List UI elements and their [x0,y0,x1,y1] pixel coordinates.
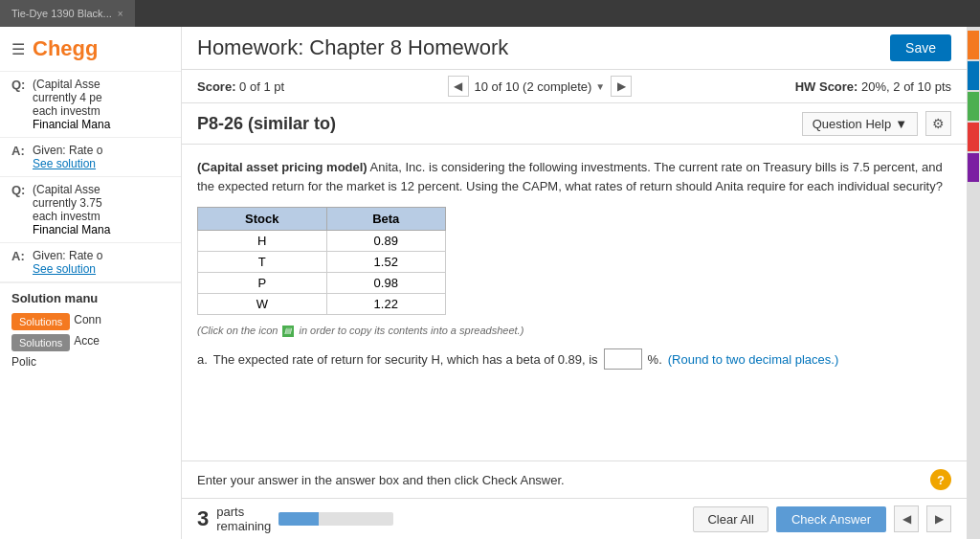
score-label: Score: [197,79,235,94]
spreadsheet-text-before: (Click on the icon [197,325,280,336]
parts-remaining: 3 parts remaining [197,505,393,533]
q-text-6: each investm [33,210,110,223]
table-row: T 1.52 [198,252,446,273]
parts-label: parts [216,505,271,519]
table-row: P 0.98 [198,273,446,294]
save-button[interactable]: Save [890,34,951,61]
spreadsheet-icon[interactable]: ▤ [282,326,294,337]
a-label: A: [11,144,27,170]
question-help-label: Question Help [813,117,891,131]
sidebar-acce: Acce [74,334,100,351]
q-course-2: Financial Mana [33,223,110,236]
solution-tab-2[interactable]: Solutions [11,334,70,351]
stock-table: Stock Beta H 0.89 T 1.52 P 0.98 [197,207,446,315]
hw-score-value: 20%, 2 of 10 pts [861,79,951,94]
solution-manual-title: Solution manu [11,291,169,305]
main-header: Homework: Chapter 8 Homework Save [182,27,967,70]
stock-t-label: T [198,252,327,273]
hw-score: HW Score: 20%, 2 of 10 pts [795,79,951,94]
sidebar: ☰ Chegg Q: (Capital Asse currently 4 pe … [0,27,182,539]
q-text-5: currently 3.75 [33,196,110,210]
q-content: (Capital Asse currently 4 pe each invest… [33,78,110,131]
footer-prev-button[interactable]: ◀ [894,505,919,532]
solution-tab-row: Solutions Conn [11,313,169,330]
solution-manual-section: Solution manu Solutions Conn Solutions A… [0,282,181,376]
see-solution-link-1[interactable]: See solution [33,157,96,170]
question-header: P8-26 (similar to) Question Help ▼ ⚙ [182,103,967,145]
sidebar-conn: Conn [74,313,101,330]
q-text-2: currently 4 pe [33,91,110,104]
accent-blue [968,61,979,90]
score-left: Score: 0 of 1 pt [197,79,284,94]
polic-text: Polic [11,355,36,369]
question-help-area: Question Help ▼ ⚙ [802,111,951,136]
question-help-button[interactable]: Question Help ▼ [802,112,918,136]
a-text-2: Given: Rate o [33,249,102,262]
q-text-4: (Capital Asse [33,183,110,196]
footer-right: Clear All Check Answer ◀ ▶ [693,505,951,532]
prev-question-button[interactable]: ◀ [448,76,469,97]
solution-tab-row-2: Solutions Acce [11,334,169,351]
chegg-logo: Chegg [33,36,98,61]
tab-label: Tie-Dye 1390 Black... [11,8,112,19]
tab-bar: Tie-Dye 1390 Black... × [0,0,980,27]
question-intro: (Capital asset pricing model) Anita, Inc… [197,158,951,195]
hamburger-icon[interactable]: ☰ [11,40,25,58]
accent-purple [968,153,979,182]
page-indicator-text: 10 of 10 (2 complete) [475,79,592,94]
stock-p-label: P [198,273,327,294]
question-bold-label: (Capital asset pricing model) [197,160,368,174]
browser-tab[interactable]: Tie-Dye 1390 Black... × [0,0,135,27]
a-content-2: Given: Rate o See solution [33,249,102,276]
spreadsheet-text-after: in order to copy its contents into a spr… [300,325,524,336]
score-value: 0 of 1 pt [239,79,284,94]
q-text-1: (Capital Asse [33,78,110,91]
score-nav: ◀ 10 of 10 (2 complete) ▼ ▶ [448,76,633,97]
parts-number: 3 [197,506,209,531]
page-title: Homework: Chapter 8 Homework [197,35,508,60]
hw-score-label: HW Score: [795,79,858,94]
question-id: P8-26 (similar to) [197,114,336,134]
q-label-2: Q: [11,183,27,236]
help-circle-button[interactable]: ? [930,469,951,490]
question-help-dropdown-icon: ▼ [895,117,907,131]
next-question-button[interactable]: ▶ [611,76,632,97]
check-answer-button[interactable]: Check Answer [776,506,886,532]
see-solution-link-2[interactable]: See solution [33,262,96,276]
sidebar-polic: Polic [11,355,169,369]
accent-orange [968,31,979,59]
a-content: Given: Rate o See solution [33,144,102,170]
progress-bar-fill [278,512,319,526]
bottom-instructions: Enter your answer in the answer box and … [182,460,967,498]
stock-p-beta: 0.98 [326,273,445,294]
progress-bar [278,512,393,526]
footer-bar: 3 parts remaining Clear All Check Answer… [182,498,967,539]
main-content: Homework: Chapter 8 Homework Save Score:… [182,27,967,539]
list-item: A: Given: Rate o See solution [0,243,181,282]
list-item: A: Given: Rate o See solution [0,138,181,177]
accent-red [968,123,979,151]
tab-close-icon[interactable]: × [118,9,123,19]
dropdown-arrow-icon: ▼ [595,81,605,92]
stock-t-beta: 1.52 [326,252,445,273]
stock-w-label: W [198,294,327,315]
sidebar-qa-list: Q: (Capital Asse currently 4 pe each inv… [0,72,181,376]
score-bar: Score: 0 of 1 pt ◀ 10 of 10 (2 complete)… [182,70,967,103]
instructions-text: Enter your answer in the answer box and … [197,473,565,487]
clear-all-button[interactable]: Clear All [693,506,768,532]
round-note: (Round to two decimal places.) [668,352,838,367]
question-body: (Capital asset pricing model) Anita, Inc… [182,145,967,460]
table-row: W 1.22 [198,294,446,315]
app-container: ☰ Chegg Q: (Capital Asse currently 4 pe … [0,27,980,539]
list-item: Q: (Capital Asse currently 4 pe each inv… [0,72,181,138]
q-label: Q: [11,78,27,131]
solution-tab-1[interactable]: Solutions [11,313,70,330]
a-label-2: A: [11,249,27,276]
q-text-3: each investm [33,104,110,118]
q-course-1: Financial Mana [33,118,110,131]
settings-button[interactable]: ⚙ [925,111,951,136]
table-header-stock: Stock [198,208,327,231]
answer-a-percent: %. [648,352,662,367]
footer-next-button[interactable]: ▶ [926,505,951,532]
answer-a-input[interactable] [604,348,642,370]
